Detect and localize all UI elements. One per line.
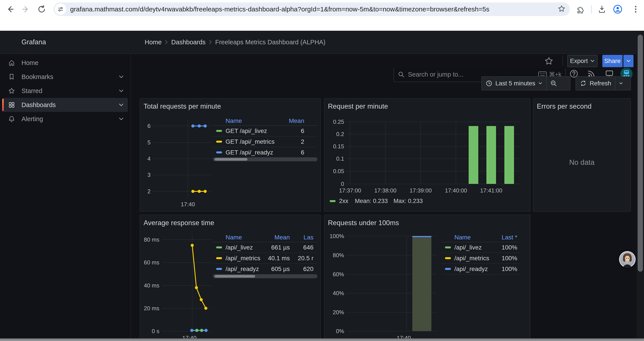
download-button[interactable] <box>597 5 607 14</box>
breadcrumb-home[interactable]: Home <box>145 39 162 46</box>
brand-name[interactable]: Grafana <box>22 31 46 54</box>
sidebar-item-bookmarks[interactable]: Bookmarks <box>0 70 130 84</box>
address-bar[interactable]: grafana.mathmast.com/d/deytv4rwavabkb/fr… <box>54 3 570 16</box>
back-icon <box>6 5 14 14</box>
no-data-message: No data <box>533 158 630 167</box>
share-button[interactable]: Share <box>602 55 622 67</box>
legend-header: Name Last * <box>442 233 520 242</box>
page-scrollbar-thumb[interactable] <box>638 35 643 272</box>
time-range-label: Last 5 minutes <box>496 80 535 87</box>
svg-text:0.2: 0.2 <box>336 131 344 137</box>
assistant-avatar-bubble[interactable] <box>619 251 636 268</box>
legend-series-name[interactable]: 2xx <box>339 198 348 204</box>
extensions-button[interactable] <box>575 5 584 14</box>
svg-text:3: 3 <box>148 172 150 178</box>
legend-header-name[interactable]: Name <box>226 117 287 124</box>
sidebar-item-alerting[interactable]: Alerting <box>0 112 130 126</box>
svg-text:0%: 0% <box>336 328 344 334</box>
active-item-highlight <box>2 98 128 112</box>
series-color-dash <box>445 268 451 270</box>
legend-series-name[interactable]: /api/_readyz <box>226 265 264 272</box>
zoom-out-time-button[interactable] <box>547 77 561 90</box>
chevron-down-icon <box>590 60 595 63</box>
site-settings-badge[interactable] <box>55 4 66 15</box>
legend-series-name[interactable]: /api/_metrics <box>226 255 264 262</box>
legend-horizontal-scrollbar[interactable] <box>213 157 318 161</box>
svg-text:40%: 40% <box>333 290 344 296</box>
dashboard-actions-row: Export Share <box>131 54 638 68</box>
time-picker-group: Last 5 minutes <box>481 76 570 90</box>
legend-horizontal-scrollbar[interactable] <box>213 274 318 278</box>
reload-button[interactable] <box>37 5 46 14</box>
legend-row: GET /api/_readyz 6 <box>213 147 318 158</box>
legend-header-name[interactable]: Name <box>454 234 491 241</box>
chevron-down-icon[interactable] <box>118 103 124 107</box>
share-menu-button[interactable] <box>624 55 634 67</box>
breadcrumb: Home Dashboards Freeleaps Metrics Dashbo… <box>145 31 328 54</box>
forward-button[interactable] <box>21 5 31 14</box>
legend-header-mean[interactable]: Mean <box>264 234 290 241</box>
legend-mean-value: 605 µs <box>264 265 290 272</box>
refresh-button[interactable]: Refresh <box>576 77 615 90</box>
export-button[interactable]: Export <box>567 55 598 67</box>
reload-icon <box>37 5 46 14</box>
legend-series-name[interactable]: GET /api/_livez <box>226 128 287 135</box>
legend-series-name[interactable]: /api/_livez <box>454 244 491 251</box>
legend-row: GET /api/_livez 6 <box>213 126 318 137</box>
favorite-dashboard-button[interactable] <box>544 57 553 66</box>
legend-header-last[interactable]: Last * <box>491 234 517 241</box>
breadcrumb-current: Freeleaps Metrics Dashboard (ALPHA) <box>215 39 326 46</box>
chevron-down-icon[interactable] <box>118 75 124 79</box>
legend-series-name[interactable]: GET /api/_readyz <box>226 149 287 156</box>
legend-header-last[interactable]: Las <box>292 234 314 241</box>
legend-series-name[interactable]: /api/_readyz <box>454 265 491 272</box>
zoom-out-icon <box>550 80 557 87</box>
back-button[interactable] <box>5 5 15 14</box>
bookmark-star-button[interactable] <box>558 5 566 14</box>
svg-text:17:37:00: 17:37:00 <box>339 187 361 194</box>
profile-button[interactable] <box>613 5 622 14</box>
browser-menu-button[interactable] <box>631 5 640 14</box>
dashboards-grid-icon <box>8 102 15 108</box>
legend-row: /api/_livez 661 µs 646 <box>213 242 318 253</box>
scrollbar-thumb[interactable] <box>214 275 255 278</box>
svg-text:60 ms: 60 ms <box>144 259 159 266</box>
legend-row: /api/_readyz 605 µs 620 <box>213 264 318 274</box>
panel-title[interactable]: Errors per second <box>537 103 592 110</box>
refresh-label: Refresh <box>590 80 611 87</box>
svg-text:2: 2 <box>148 188 150 195</box>
legend-last-value: 646 <box>292 244 314 251</box>
toolbar-divider <box>591 5 592 14</box>
legend-header-name[interactable]: Name <box>226 234 264 241</box>
legend-row: /api/_metrics 40.1 ms 20.5 r <box>213 253 318 264</box>
legend-mean-value: 6 <box>287 128 304 135</box>
chevron-down-icon[interactable] <box>118 89 124 93</box>
breadcrumb-dashboards[interactable]: Dashboards <box>171 39 206 46</box>
scrollbar-thumb[interactable] <box>214 158 248 161</box>
legend-mean-value: 6 <box>287 149 304 156</box>
chevron-down-icon[interactable] <box>118 117 124 121</box>
sidebar-item-label: Alerting <box>22 115 43 123</box>
svg-text:17:39:00: 17:39:00 <box>410 187 432 194</box>
legend-last-value: 20.5 r <box>292 255 314 262</box>
sidebar-item-label: Home <box>22 59 38 67</box>
sidebar-item-dashboards[interactable]: Dashboards <box>0 98 130 112</box>
request-per-minute-chart[interactable]: 0.250.20.150.10.05017:37:0017:38:0017:39… <box>324 99 531 212</box>
svg-text:0.25: 0.25 <box>333 119 344 125</box>
legend-max: Max: 0.233 <box>394 198 423 204</box>
legend-mean-value: 2 <box>287 138 304 145</box>
legend-series-name[interactable]: /api/_livez <box>226 244 264 251</box>
legend-header-mean[interactable]: Mean <box>287 117 304 124</box>
page-scrollbar-track[interactable] <box>636 31 644 341</box>
time-range-button[interactable]: Last 5 minutes <box>482 77 546 90</box>
svg-text:17:40:00: 17:40:00 <box>445 187 467 194</box>
sidebar-item-label: Bookmarks <box>22 73 53 81</box>
sidebar-item-starred[interactable]: Starred <box>0 84 130 98</box>
refresh-interval-button[interactable] <box>616 77 626 90</box>
svg-text:80%: 80% <box>333 252 344 258</box>
svg-text:60%: 60% <box>333 271 344 278</box>
legend-row: /api/_livez 100% <box>442 242 520 253</box>
sidebar-item-home[interactable]: Home <box>0 56 130 70</box>
legend-series-name[interactable]: /api/_metrics <box>454 255 491 262</box>
legend-series-name[interactable]: GET /api/_metrics <box>226 138 287 145</box>
